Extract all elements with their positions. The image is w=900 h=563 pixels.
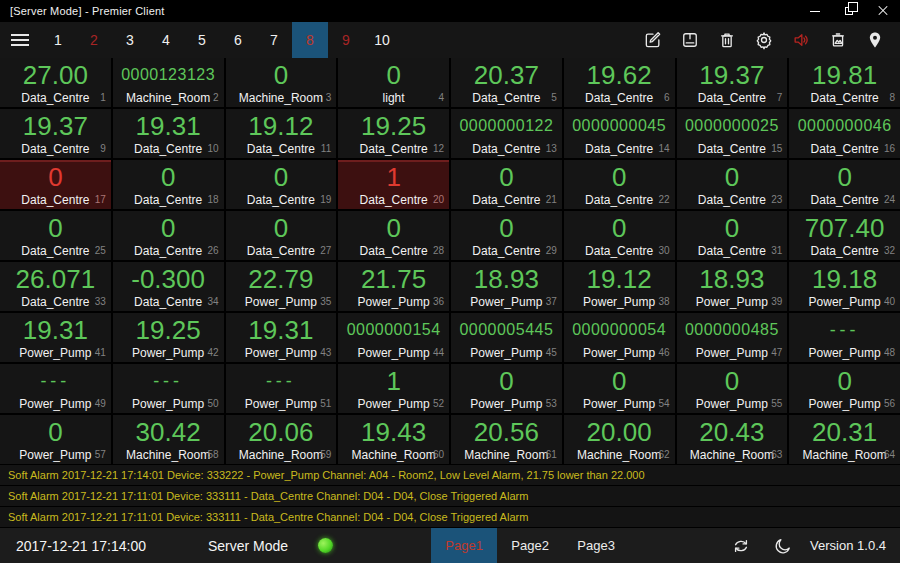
device-tab[interactable]: 7 <box>256 22 292 58</box>
sensor-cell[interactable]: 19.43 Machine_Room 60 <box>338 415 449 464</box>
sensor-index: 16 <box>884 141 895 156</box>
sensor-cell[interactable]: 0 Data_Centre 30 <box>564 211 675 260</box>
night-mode-button[interactable] <box>772 535 794 557</box>
sensor-cell[interactable]: 0 light 4 <box>338 58 449 107</box>
sensor-cell[interactable]: 20.06 Machine_Room 59 <box>226 415 337 464</box>
sensor-cell[interactable]: 27.00 Data_Centre 1 <box>0 58 111 107</box>
sensor-cell[interactable]: 0 Data_Centre 18 <box>113 160 224 209</box>
sensor-cell[interactable]: 19.37 Data_Centre 9 <box>0 109 111 158</box>
audio-button[interactable] <box>790 29 812 51</box>
settings-button[interactable] <box>753 29 775 51</box>
device-tab[interactable]: 3 <box>112 22 148 58</box>
sensor-cell[interactable]: --- Power_Pump 49 <box>0 364 111 413</box>
sensor-cell[interactable]: 19.81 Data_Centre 8 <box>789 58 900 107</box>
sensor-cell[interactable]: 22.79 Power_Pump 35 <box>226 262 337 311</box>
sensor-cell[interactable]: 19.31 Power_Pump 43 <box>226 313 337 362</box>
device-tab[interactable]: 10 <box>364 22 400 58</box>
sensor-cell[interactable]: 26.071 Data_Centre 33 <box>0 262 111 311</box>
sensor-cell[interactable]: --- Power_Pump 51 <box>226 364 337 413</box>
close-button[interactable] <box>866 0 900 22</box>
sensor-cell[interactable]: 0 Power_Pump 53 <box>451 364 562 413</box>
sensor-cell[interactable]: 30.42 Machine_Room 58 <box>113 415 224 464</box>
sensor-value: 19.31 <box>226 315 337 344</box>
sensor-cell[interactable]: 19.62 Data_Centre 6 <box>564 58 675 107</box>
page-tab[interactable]: Page3 <box>563 528 629 563</box>
snapshot-button[interactable] <box>827 29 849 51</box>
save-button[interactable] <box>679 29 701 51</box>
sensor-cell[interactable]: 0000000122 Data_Centre 13 <box>451 109 562 158</box>
sensor-label: Data_Centre <box>360 142 428 156</box>
sensor-cell[interactable]: 0 Data_Centre 17 <box>0 160 111 209</box>
page-tab[interactable]: Page1 <box>431 528 497 563</box>
page-tab[interactable]: Page2 <box>497 528 563 563</box>
device-tab[interactable]: 5 <box>184 22 220 58</box>
sensor-cell[interactable]: 0 Data_Centre 21 <box>451 160 562 209</box>
device-tab[interactable]: 2 <box>76 22 112 58</box>
sensor-cell[interactable]: 19.12 Data_Centre 11 <box>226 109 337 158</box>
sensor-cell[interactable]: 20.00 Machine_Room 62 <box>564 415 675 464</box>
sensor-cell[interactable]: 0 Data_Centre 31 <box>677 211 788 260</box>
sensor-cell[interactable]: 19.18 Power_Pump 40 <box>789 262 900 311</box>
sensor-cell[interactable]: 0000000045 Data_Centre 14 <box>564 109 675 158</box>
sensor-index: 11 <box>321 141 331 156</box>
restore-button[interactable] <box>832 0 866 22</box>
sensor-cell[interactable]: 0000005445 Power_Pump 45 <box>451 313 562 362</box>
sensor-cell[interactable]: 0 Data_Centre 28 <box>338 211 449 260</box>
sensor-cell[interactable]: 19.31 Data_Centre 10 <box>113 109 224 158</box>
sensor-cell[interactable]: 20.43 Machine_Room 63 <box>677 415 788 464</box>
sensor-cell[interactable]: 21.75 Power_Pump 36 <box>338 262 449 311</box>
sensor-cell[interactable]: 0 Power_Pump 54 <box>564 364 675 413</box>
sensor-cell[interactable]: 707.40 Data_Centre 32 <box>789 211 900 260</box>
sensor-cell[interactable]: 0 Data_Centre 22 <box>564 160 675 209</box>
sensor-cell[interactable]: 19.12 Power_Pump 38 <box>564 262 675 311</box>
sensor-cell[interactable]: 0 Machine_Room 3 <box>226 58 337 107</box>
sensor-cell[interactable]: 0 Power_Pump 57 <box>0 415 111 464</box>
sensor-cell[interactable]: 0 Data_Centre 23 <box>677 160 788 209</box>
sensor-label: Data_Centre <box>247 193 315 207</box>
sensor-cell[interactable]: 1 Power_Pump 52 <box>338 364 449 413</box>
sensor-cell[interactable]: -0.300 Data_Centre 34 <box>113 262 224 311</box>
sensor-cell[interactable]: 0 Data_Centre 25 <box>0 211 111 260</box>
sensor-cell[interactable]: 18.93 Power_Pump 39 <box>677 262 788 311</box>
sync-button[interactable] <box>730 535 752 557</box>
device-tab[interactable]: 6 <box>220 22 256 58</box>
sensor-cell[interactable]: 0000000485 Power_Pump 47 <box>677 313 788 362</box>
sensor-cell[interactable]: 0 Data_Centre 26 <box>113 211 224 260</box>
sensor-cell[interactable]: 0 Data_Centre 29 <box>451 211 562 260</box>
sensor-cell[interactable]: 20.37 Data_Centre 5 <box>451 58 562 107</box>
alarm-message[interactable]: Soft Alarm 2017-12-21 17:14:01 Device: 3… <box>0 465 900 486</box>
sensor-cell[interactable]: 0 Data_Centre 24 <box>789 160 900 209</box>
device-tab[interactable]: 1 <box>40 22 76 58</box>
sensor-cell[interactable]: 0000000154 Power_Pump 44 <box>338 313 449 362</box>
location-button[interactable] <box>864 29 886 51</box>
sensor-cell[interactable]: 20.31 Machine_Room 64 <box>789 415 900 464</box>
sensor-cell[interactable]: 0 Data_Centre 27 <box>226 211 337 260</box>
sensor-value: 0 <box>451 366 562 395</box>
sensor-label: Data_Centre <box>472 193 540 207</box>
sensor-cell[interactable]: 0 Power_Pump 55 <box>677 364 788 413</box>
sensor-cell[interactable]: 18.93 Power_Pump 37 <box>451 262 562 311</box>
sensor-cell[interactable]: 0000123123 Machine_Room 2 <box>113 58 224 107</box>
sensor-cell[interactable]: 0 Power_Pump 56 <box>789 364 900 413</box>
sensor-cell[interactable]: 19.25 Power_Pump 42 <box>113 313 224 362</box>
delete-button[interactable] <box>716 29 738 51</box>
sensor-cell[interactable]: 0 Data_Centre 19 <box>226 160 337 209</box>
sensor-cell[interactable]: 19.25 Data_Centre 12 <box>338 109 449 158</box>
alarm-message[interactable]: Soft Alarm 2017-12-21 17:11:01 Device: 3… <box>0 507 900 528</box>
minimize-button[interactable] <box>798 0 832 22</box>
device-tab[interactable]: 8 <box>292 22 328 58</box>
sensor-cell[interactable]: --- Power_Pump 48 <box>789 313 900 362</box>
alarm-message[interactable]: Soft Alarm 2017-12-21 17:11:01 Device: 3… <box>0 486 900 507</box>
sensor-cell[interactable]: 1 Data_Centre 20 <box>338 160 449 209</box>
device-tab[interactable]: 4 <box>148 22 184 58</box>
sensor-cell[interactable]: 19.37 Data_Centre 7 <box>677 58 788 107</box>
edit-button[interactable] <box>642 29 664 51</box>
sensor-cell[interactable]: 0000000046 Data_Centre 16 <box>789 109 900 158</box>
sensor-cell[interactable]: --- Power_Pump 50 <box>113 364 224 413</box>
sensor-cell[interactable]: 20.56 Machine_Room 61 <box>451 415 562 464</box>
hamburger-menu-button[interactable] <box>0 22 40 58</box>
device-tab[interactable]: 9 <box>328 22 364 58</box>
sensor-cell[interactable]: 0000000025 Data_Centre 15 <box>677 109 788 158</box>
sensor-cell[interactable]: 0000000054 Power_Pump 46 <box>564 313 675 362</box>
sensor-cell[interactable]: 19.31 Power_Pump 41 <box>0 313 111 362</box>
